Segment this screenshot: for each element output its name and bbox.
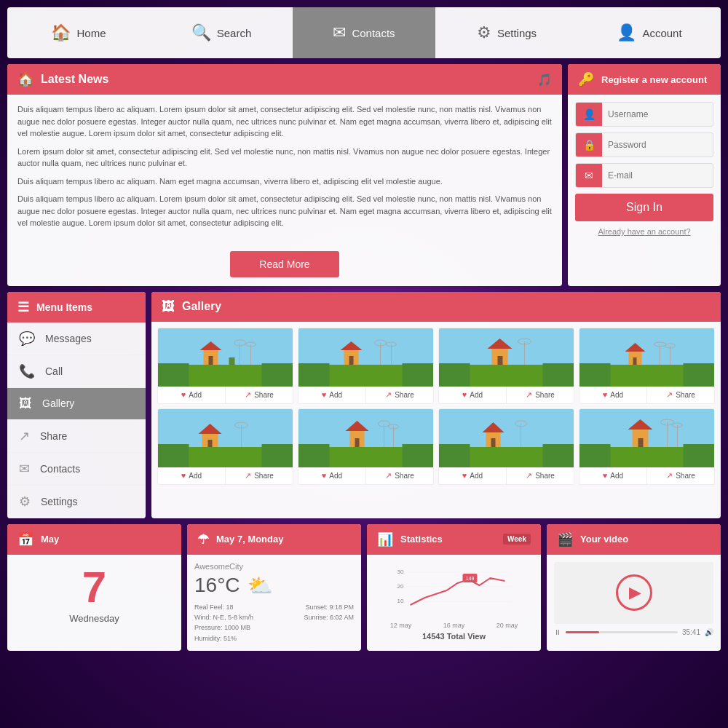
menu-header: ☰ Menu Items xyxy=(7,292,146,323)
nav-search-label: Search xyxy=(217,27,252,39)
share-button[interactable]: ↗ Share xyxy=(507,467,574,484)
already-account-link[interactable]: Already have an account? xyxy=(575,227,713,240)
weather-city: AwesomeCity xyxy=(194,562,354,571)
weather-temperature: 16°C xyxy=(194,574,240,597)
svg-rect-46 xyxy=(355,438,360,447)
widgets-row: 📅 May 7 Wednesday ☂ May 7, Monday Awesom… xyxy=(7,524,721,652)
play-icon: ▶ xyxy=(629,583,641,602)
bottom-section: ☰ Menu Items 💬 Messages 📞 Call 🖼 Gallery… xyxy=(7,292,721,518)
volume-icon[interactable]: 🔊 xyxy=(705,628,713,636)
news-para-3: Duis aliquam tempus libero ac aliquam. N… xyxy=(17,175,552,188)
contacts-menu-icon: ✉ xyxy=(19,461,30,477)
video-controls: ⏸ 35:41 🔊 xyxy=(554,628,713,636)
menu-item-messages[interactable]: 💬 Messages xyxy=(7,323,146,355)
add-button[interactable]: ♥ Add xyxy=(439,387,507,403)
share-button[interactable]: ↗ Share xyxy=(647,387,714,403)
gallery-header: 🖼 Gallery xyxy=(151,292,721,322)
user-field-icon: 👤 xyxy=(576,103,602,126)
svg-rect-42 xyxy=(330,409,403,447)
add-button[interactable]: ♥ Add xyxy=(579,387,647,403)
email-input[interactable] xyxy=(602,165,713,186)
stats-header: 📊 Statistics Week xyxy=(367,524,541,555)
add-button[interactable]: ♥ Add xyxy=(579,467,647,484)
svg-rect-39 xyxy=(208,440,213,447)
account-header: 🔑 Register a new account xyxy=(568,64,721,95)
svg-rect-9 xyxy=(229,357,235,365)
share-button[interactable]: ↗ Share xyxy=(366,387,433,403)
gallery-actions: ♥ Add ↗ Share xyxy=(579,387,714,403)
read-more-button[interactable]: Read More xyxy=(230,251,339,277)
play-button[interactable]: ▶ xyxy=(616,574,652,611)
gallery-item: ♥ Add ↗ Share xyxy=(157,408,293,485)
nav-settings[interactable]: ⚙ Settings xyxy=(435,7,578,58)
share-btn-icon: ↗ xyxy=(666,471,673,480)
pause-icon[interactable]: ⏸ xyxy=(554,628,561,636)
add-label: Add xyxy=(189,472,202,480)
menu-item-gallery[interactable]: 🖼 Gallery xyxy=(7,388,146,420)
svg-rect-30 xyxy=(633,357,637,365)
gallery-item: ♥ Add ↗ Share xyxy=(298,328,434,404)
sign-in-button[interactable]: Sign In xyxy=(575,194,713,221)
video-time: 35:41 xyxy=(682,628,700,636)
share-button[interactable]: ↗ Share xyxy=(507,387,574,403)
add-button[interactable]: ♥ Add xyxy=(158,387,226,403)
password-field-wrapper: 🔒 xyxy=(575,132,713,157)
email-field-wrapper: ✉ xyxy=(575,163,713,188)
video-title: Your video xyxy=(580,534,628,545)
account-title: Register a new account xyxy=(601,74,707,85)
username-field-wrapper: 👤 xyxy=(575,102,713,127)
weather-sunrise: Sunrise: 6:02 AM xyxy=(304,612,354,622)
svg-rect-51 xyxy=(470,409,543,447)
share-button[interactable]: ↗ Share xyxy=(366,467,433,484)
nav-account[interactable]: 👤 Account xyxy=(578,7,721,58)
password-input[interactable] xyxy=(602,134,713,156)
menu-call-label: Call xyxy=(45,365,63,377)
add-button[interactable]: ♥ Add xyxy=(298,467,366,484)
gallery-image xyxy=(158,328,293,387)
gallery-item: ♥ Add ↗ Share xyxy=(298,408,434,485)
svg-text:149: 149 xyxy=(466,576,475,581)
share-label: Share xyxy=(395,391,414,399)
menu-share-label: Share xyxy=(40,430,67,442)
chart-label-3: 20 may xyxy=(496,622,518,629)
share-button[interactable]: ↗ Share xyxy=(226,387,293,403)
nav-contacts[interactable]: ✉ Contacts xyxy=(293,7,435,58)
menu-item-contacts[interactable]: ✉ Contacts xyxy=(7,453,146,486)
menu-item-settings[interactable]: ⚙ Settings xyxy=(7,486,146,518)
messages-icon: 💬 xyxy=(19,331,35,347)
share-button[interactable]: ↗ Share xyxy=(647,467,714,484)
username-input[interactable] xyxy=(602,103,713,125)
share-label: Share xyxy=(254,391,274,399)
menu-settings-label: Settings xyxy=(41,496,78,507)
navigation-bar: 🏠 Home 🔍 Search ✉ Contacts ⚙ Settings 👤 … xyxy=(7,7,721,58)
add-button[interactable]: ♥ Add xyxy=(298,387,366,403)
add-button[interactable]: ♥ Add xyxy=(158,467,226,484)
video-body: ▶ ⏸ 35:41 🔊 xyxy=(547,555,721,644)
add-button[interactable]: ♥ Add xyxy=(439,467,507,484)
menu-sidebar: ☰ Menu Items 💬 Messages 📞 Call 🖼 Gallery… xyxy=(7,292,146,518)
heart-icon: ♥ xyxy=(462,390,467,399)
stats-icon: 📊 xyxy=(377,531,393,547)
share-label: Share xyxy=(676,472,695,480)
home-icon: 🏠 xyxy=(51,23,71,42)
share-label: Share xyxy=(535,472,555,480)
news-para-1: Duis aliquam tempus libero ac aliquam. L… xyxy=(17,103,552,140)
total-number: 14543 Total View xyxy=(422,632,486,641)
menu-item-call[interactable]: 📞 Call xyxy=(7,355,146,388)
nav-search[interactable]: 🔍 Search xyxy=(150,7,293,58)
stats-title: Statistics xyxy=(400,534,443,545)
video-progress-bar[interactable] xyxy=(566,631,678,633)
gallery-image xyxy=(439,409,574,467)
share-button[interactable]: ↗ Share xyxy=(226,467,293,484)
settings-menu-icon: ⚙ xyxy=(19,494,31,510)
gallery-grid: ♥ Add ↗ Share xyxy=(151,322,721,491)
menu-item-share[interactable]: ↗ Share xyxy=(7,420,146,453)
nav-home-label: Home xyxy=(76,27,106,39)
heart-icon: ♥ xyxy=(322,471,327,480)
calendar-day: 7 xyxy=(15,566,174,609)
video-header: 🎬 Your video xyxy=(547,524,721,555)
nav-home[interactable]: 🏠 Home xyxy=(7,7,150,58)
add-label: Add xyxy=(329,472,342,480)
gallery-actions: ♥ Add ↗ Share xyxy=(158,387,293,403)
calendar-header: 📅 May xyxy=(7,524,181,555)
